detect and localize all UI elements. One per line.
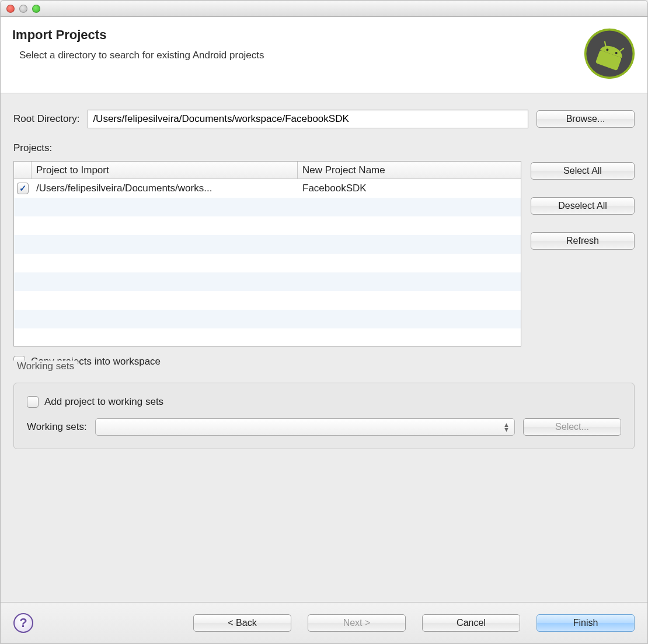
back-button[interactable]: < Back	[193, 614, 291, 632]
table-row	[14, 328, 521, 346]
table-body: ✓ /Users/felipesilveira/Documents/works.…	[14, 179, 521, 346]
add-to-working-sets-row: ✓ Add project to working sets	[27, 394, 621, 408]
table-row	[14, 254, 521, 272]
android-icon	[583, 27, 636, 80]
chevron-updown-icon: ▲▼	[503, 422, 510, 432]
dialog-footer: ? < Back Next > Cancel Finish	[1, 602, 647, 643]
deselect-all-button[interactable]: Deselect All	[531, 197, 635, 215]
add-to-working-sets-label: Add project to working sets	[44, 396, 163, 408]
working-sets-group: ✓ Add project to working sets Working se…	[13, 383, 635, 449]
page-title: Import Projects	[12, 27, 264, 43]
table-side-buttons: Select All Deselect All Refresh	[531, 161, 635, 250]
cell-project-to-import: /Users/felipesilveira/Documents/works...	[32, 180, 298, 197]
header-new-project-name: New Project Name	[298, 162, 521, 178]
working-sets-select-button: Select...	[523, 418, 621, 436]
copy-projects-row: ✓ Copy projects into workspace	[13, 354, 635, 368]
working-sets-title: Working sets	[13, 360, 78, 372]
table-row[interactable]: ✓ /Users/felipesilveira/Documents/works.…	[14, 179, 521, 198]
finish-button[interactable]: Finish	[536, 614, 635, 632]
table-row	[14, 310, 521, 328]
browse-button[interactable]: Browse...	[536, 110, 635, 128]
working-sets-row-label: Working sets:	[27, 421, 87, 433]
table-row	[14, 216, 521, 235]
table-row	[14, 291, 521, 310]
header-checkbox-col	[14, 162, 32, 178]
titlebar	[1, 1, 647, 17]
cell-new-project-name: FacebookSDK	[298, 180, 371, 197]
root-directory-label: Root Directory:	[13, 113, 79, 125]
page-subtitle: Select a directory to search for existin…	[19, 50, 264, 61]
minimize-icon	[19, 5, 27, 13]
help-icon[interactable]: ?	[13, 613, 33, 633]
dialog-header: Import Projects Select a directory to se…	[1, 17, 647, 93]
cancel-button[interactable]: Cancel	[422, 614, 520, 632]
projects-table: Project to Import New Project Name ✓ /Us…	[13, 161, 521, 346]
table-row	[14, 198, 521, 216]
table-row	[14, 272, 521, 291]
refresh-button[interactable]: Refresh	[531, 232, 635, 250]
header-project-to-import: Project to Import	[32, 162, 298, 178]
select-all-button[interactable]: Select All	[531, 162, 635, 180]
add-to-working-sets-checkbox[interactable]: ✓	[27, 396, 39, 408]
table-header: Project to Import New Project Name	[14, 162, 521, 179]
close-icon[interactable]	[6, 5, 15, 13]
projects-label: Projects:	[13, 135, 635, 154]
working-sets-dropdown[interactable]: ▲▼	[95, 418, 515, 436]
root-directory-input[interactable]	[88, 110, 528, 128]
row-checkbox[interactable]: ✓	[17, 183, 29, 194]
next-button: Next >	[308, 614, 406, 632]
zoom-icon[interactable]	[32, 5, 40, 13]
table-row	[14, 235, 521, 254]
root-directory-row: Root Directory: Browse...	[13, 110, 635, 128]
dialog-window: Import Projects Select a directory to se…	[0, 0, 648, 644]
dialog-content: Root Directory: Browse... Projects: Proj…	[1, 93, 647, 602]
